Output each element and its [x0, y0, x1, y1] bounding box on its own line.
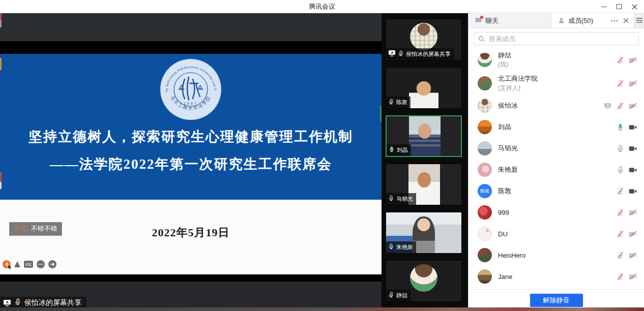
- maximize-button[interactable]: [611, 0, 627, 13]
- camera-status-icon[interactable]: [629, 56, 637, 64]
- video-tile[interactable]: 马韬光: [386, 164, 462, 205]
- member-text: Jane: [498, 273, 616, 281]
- muted-mic-icon: [14, 298, 21, 307]
- subtitles-button[interactable]: CC: [24, 261, 33, 268]
- member-status-icons: [616, 272, 637, 281]
- camera-status-icon[interactable]: [629, 102, 637, 110]
- camera-status-icon[interactable]: [629, 251, 637, 259]
- video-tile[interactable]: 静喆: [386, 260, 462, 302]
- mic-status-icon[interactable]: [616, 102, 624, 110]
- panel-collapse-strip[interactable]: [634, 13, 644, 28]
- close-icon: [632, 4, 637, 10]
- tencent-meeting-window: 腾讯会议: [0, 0, 644, 311]
- caption-text: 不错不错: [31, 225, 57, 232]
- camera-status-icon[interactable]: [629, 208, 637, 216]
- close-button[interactable]: [627, 0, 642, 13]
- avatar: [478, 227, 492, 241]
- member-status-icons: [616, 56, 637, 64]
- minimize-button[interactable]: [596, 0, 611, 13]
- video-tile[interactable]: 朱艳新: [386, 212, 462, 254]
- member-name: 北工商法学院: [498, 74, 616, 83]
- member-status-icons: [616, 123, 637, 131]
- member-row[interactable]: 静喆 (我): [469, 48, 644, 72]
- slide-lower-area: 2022年5月19日: [0, 200, 382, 274]
- mic-status-icon[interactable]: [616, 123, 624, 131]
- member-row[interactable]: DU: [469, 223, 644, 244]
- desktop-bottom-strip: [0, 307, 644, 311]
- camera-status-icon[interactable]: [629, 166, 637, 174]
- avatar: [478, 99, 492, 113]
- member-status-icons: [616, 79, 637, 87]
- member-search-box[interactable]: [474, 32, 639, 45]
- mic-status-icon[interactable]: [616, 144, 624, 152]
- participant-name: 陈敦: [396, 99, 407, 106]
- member-row[interactable]: 北工商法学院 (主持人): [469, 72, 644, 95]
- participant-name: 静喆: [396, 292, 407, 299]
- avatar: [478, 141, 492, 156]
- participant-name: 马韬光: [396, 195, 413, 203]
- camera-status-icon[interactable]: [629, 187, 637, 195]
- member-status-icons: [616, 144, 637, 152]
- screen-share-indicator-icon: [603, 102, 611, 110]
- member-name: 马韬光: [498, 144, 616, 153]
- member-row[interactable]: 999: [469, 202, 644, 223]
- slide-title-block: 坚持立德树人，探索研究生心理健康管理工作机制 ——法学院2022年第一次研究生工…: [0, 130, 382, 171]
- avatar: [478, 205, 492, 220]
- camera-status-icon[interactable]: [629, 144, 637, 152]
- more-controls-button[interactable]: [37, 260, 45, 268]
- titlebar: 腾讯会议: [0, 0, 644, 13]
- member-name: 999: [498, 209, 616, 216]
- camera-status-icon[interactable]: [629, 272, 637, 281]
- hamburger-icon: [636, 18, 642, 23]
- mic-status-icon: [388, 194, 394, 203]
- video-tile[interactable]: 刘晶: [386, 115, 462, 157]
- tab-members-label: 成员(50): [568, 16, 593, 25]
- mic-status-icon[interactable]: [616, 208, 624, 216]
- mic-status-icon[interactable]: [616, 230, 624, 238]
- avatar: [478, 248, 492, 262]
- more-options-icon[interactable]: [611, 20, 618, 22]
- back-button[interactable]: [3, 260, 11, 268]
- tab-chat[interactable]: 聊天: [469, 13, 551, 28]
- desktop-edge-sliver: [0, 172, 2, 182]
- desktop-edge-sliver: [0, 13, 2, 20]
- member-name: 陈敦: [498, 186, 616, 196]
- mic-status-icon[interactable]: [616, 251, 624, 259]
- maximize-icon: [617, 4, 622, 9]
- member-text: HeisHero: [498, 252, 616, 259]
- video-tile[interactable]: 侯怡冰的屏幕共享: [386, 19, 462, 60]
- member-text: 朱艳新: [498, 165, 616, 174]
- member-row[interactable]: Jane: [469, 266, 644, 287]
- camera-status-icon[interactable]: [629, 123, 637, 131]
- screen-share-view: Beijing Technology And Business Universi…: [0, 13, 382, 311]
- mic-status-icon[interactable]: [616, 187, 624, 195]
- member-row[interactable]: 马韬光: [469, 138, 644, 159]
- close-panel-icon[interactable]: [623, 18, 629, 23]
- member-row[interactable]: 侯怡冰: [469, 95, 644, 116]
- member-row[interactable]: 刘晶: [469, 116, 644, 138]
- next-slide-button[interactable]: [48, 260, 56, 268]
- member-row[interactable]: 陈敦 陈敦: [469, 180, 644, 202]
- tab-members[interactable]: 成员(50): [551, 13, 634, 28]
- member-row[interactable]: HeisHero: [469, 244, 644, 266]
- share-dark-strip-top: [0, 13, 382, 41]
- mic-status-icon[interactable]: [616, 79, 624, 87]
- window-title: 腾讯会议: [309, 2, 335, 11]
- member-text: 侯怡冰: [498, 101, 603, 110]
- member-name: Jane: [498, 273, 616, 281]
- camera-status-icon[interactable]: [629, 230, 637, 238]
- mic-status-icon[interactable]: [616, 272, 624, 281]
- member-search-input[interactable]: [488, 35, 634, 43]
- member-text: 陈敦: [498, 186, 616, 196]
- slide-black-bar-top: [0, 41, 382, 54]
- laser-pointer-icon[interactable]: [14, 261, 20, 267]
- mic-status-icon: [388, 98, 394, 107]
- video-tile[interactable]: 陈敦: [386, 67, 462, 109]
- mic-status-icon[interactable]: [616, 166, 624, 174]
- unmute-button[interactable]: 解除静音: [530, 294, 583, 307]
- mic-status-icon[interactable]: [616, 56, 624, 64]
- mic-status-icon: [388, 242, 394, 252]
- camera-status-icon[interactable]: [629, 79, 637, 87]
- avatar: [478, 120, 492, 134]
- member-row[interactable]: 朱艳新: [469, 159, 644, 180]
